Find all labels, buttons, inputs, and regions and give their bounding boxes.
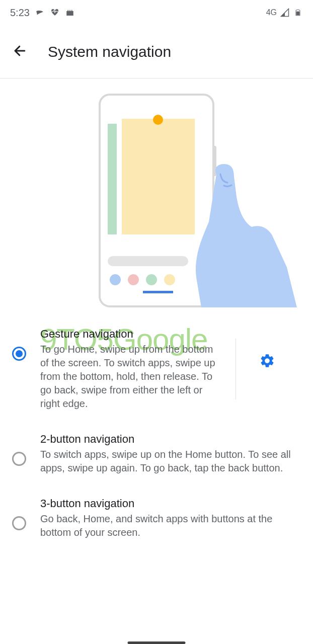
status-time: 5:23 (10, 7, 30, 19)
page-title: System navigation (48, 43, 171, 60)
back-button[interactable] (10, 41, 30, 63)
illustration (0, 78, 313, 307)
options-list: Gesture navigation To go Home, swipe up … (0, 307, 313, 550)
heart-icon (50, 8, 60, 17)
wing-icon (35, 8, 45, 17)
app-header: System navigation (0, 25, 313, 78)
option-gesture-navigation[interactable]: Gesture navigation To go Home, swipe up … (0, 316, 313, 422)
network-label: 4G (266, 8, 277, 17)
option-3button-navigation[interactable]: 3-button navigation Go back, Home, and s… (0, 486, 313, 550)
gear-icon (259, 353, 275, 369)
hand-illustration (156, 151, 297, 307)
option-divider (236, 339, 236, 399)
radio-2button[interactable] (12, 452, 26, 466)
signal-icon (280, 8, 290, 17)
status-bar: 5:23 4G (0, 0, 313, 25)
option-description: To switch apps, swipe up on the Home but… (40, 448, 301, 475)
gesture-settings-button[interactable] (250, 328, 275, 369)
svg-rect-0 (296, 12, 300, 16)
option-title: Gesture navigation (40, 328, 221, 341)
radio-gesture[interactable] (12, 347, 26, 361)
option-description: Go back, Home, and switch apps with butt… (40, 512, 301, 539)
option-description: To go Home, swipe up from the bottom of … (40, 343, 221, 411)
battery-icon (293, 8, 303, 17)
option-title: 2-button navigation (40, 433, 301, 446)
radio-3button[interactable] (12, 516, 26, 530)
castle-icon (65, 8, 75, 17)
option-title: 3-button navigation (40, 497, 301, 510)
home-indicator[interactable] (128, 641, 186, 644)
option-2button-navigation[interactable]: 2-button navigation To switch apps, swip… (0, 422, 313, 486)
